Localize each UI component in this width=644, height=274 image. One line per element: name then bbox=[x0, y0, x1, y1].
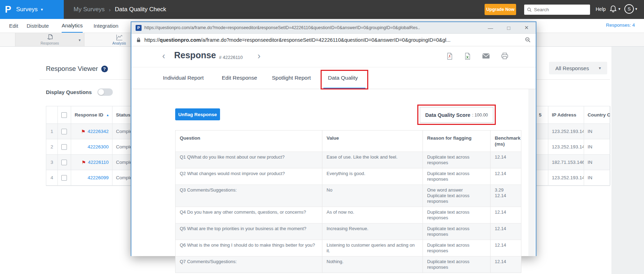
table-row[interactable]: 123.252.193.148 IN bbox=[524, 170, 610, 186]
breadcrumb-my-surveys[interactable]: My Surveys bbox=[74, 6, 105, 13]
header-response-id[interactable]: Response ID▲ bbox=[71, 106, 112, 123]
all-responses-dropdown[interactable]: All Responses ▾ bbox=[549, 62, 607, 74]
breadcrumb-separator-icon: › bbox=[109, 7, 111, 13]
page-title: Response Viewer bbox=[46, 65, 98, 73]
country-cell: IN bbox=[584, 124, 610, 139]
header-country[interactable]: Country Co bbox=[584, 106, 610, 123]
reason-cell: Duplicate text across responses bbox=[423, 256, 491, 273]
benchmark-cell: 3.29 12.14 bbox=[491, 185, 522, 207]
row-number: 2 bbox=[46, 139, 58, 154]
tab-spotlight-report[interactable]: Spotlight Report bbox=[272, 75, 311, 81]
row-checkbox[interactable] bbox=[61, 144, 67, 150]
header-ip-address[interactable]: IP Address bbox=[548, 106, 584, 123]
reason-cell: Duplicate text across responses bbox=[423, 152, 491, 168]
response-id-link[interactable]: 42226342 bbox=[88, 129, 109, 134]
export-pdf-button[interactable] bbox=[446, 53, 453, 60]
header-value: Value bbox=[322, 131, 423, 152]
chevron-down-icon: ▾ bbox=[618, 7, 621, 11]
help-icon[interactable]: ? bbox=[101, 66, 108, 72]
tab-distribute[interactable]: Distribute bbox=[27, 19, 49, 33]
responses-count-link[interactable]: Responses: 4 bbox=[606, 22, 635, 28]
modal-scrollbar[interactable] bbox=[528, 89, 535, 256]
response-tabs: Individual Report Edit Response Spotligh… bbox=[131, 67, 536, 89]
chevron-down-icon[interactable]: ▾ bbox=[78, 38, 81, 42]
response-id-link[interactable]: 42226300 bbox=[88, 144, 109, 149]
display-questions-toggle[interactable] bbox=[97, 88, 113, 96]
close-icon[interactable]: ✕ bbox=[524, 25, 529, 31]
response-id-link[interactable]: 42226099 bbox=[88, 175, 109, 180]
table-row: Q2 What changes would most improve our p… bbox=[176, 168, 521, 185]
excel-icon bbox=[464, 53, 471, 60]
header-checkbox-cell bbox=[58, 106, 71, 123]
active-tab-underline bbox=[323, 88, 365, 89]
questionpro-favicon-icon: P bbox=[136, 25, 142, 31]
reason-cell: Duplicate text across responses bbox=[423, 207, 491, 223]
dq-table-header: Question Value Reason for flagging Bench… bbox=[176, 131, 521, 152]
ip-cell: 123.252.193.148 bbox=[548, 139, 584, 154]
breadcrumb: My Surveys › Data Quality Check bbox=[74, 0, 166, 19]
row-checkbox[interactable] bbox=[61, 175, 67, 181]
previous-response-button[interactable]: ‹ bbox=[162, 51, 165, 61]
tab-data-quality[interactable]: Data Quality bbox=[328, 75, 358, 81]
table-row[interactable]: 123.252.193.148 IN bbox=[524, 124, 610, 139]
row-checkbox[interactable] bbox=[61, 160, 67, 165]
address-bar[interactable]: https://questionpro.com/a/frame.do?mode=… bbox=[131, 34, 536, 46]
export-excel-button[interactable] bbox=[464, 53, 471, 60]
account-menu[interactable]: S ▾ bbox=[624, 4, 637, 14]
sort-asc-icon: ▲ bbox=[106, 113, 109, 117]
table-row: Q3 Comments/Suggestions: No One word ans… bbox=[176, 185, 521, 207]
responses-table-right: 5 IP Address Country Co 123.252.193.148 … bbox=[524, 106, 610, 186]
search-input[interactable] bbox=[534, 7, 583, 12]
upgrade-now-button[interactable]: Upgrade Now bbox=[485, 4, 516, 15]
ip-cell: 182.71.153.146 bbox=[548, 155, 584, 170]
unflag-response-button[interactable]: Unflag Response bbox=[175, 108, 220, 120]
notifications-button[interactable]: ▾ bbox=[610, 5, 621, 13]
select-all-checkbox[interactable] bbox=[61, 112, 67, 118]
table-row[interactable]: 182.71.153.146 IN bbox=[524, 155, 610, 170]
toolbar-analysis-label: Analysis bbox=[112, 41, 126, 45]
response-editor-body: ‹ Response # 42226110 › Individual Repor… bbox=[131, 46, 536, 256]
table-row: Q7 Comments/Suggestions: Nothing. Duplic… bbox=[176, 256, 521, 273]
responses-document-icon bbox=[46, 34, 54, 41]
reason-cell: Duplicate text across responses bbox=[423, 168, 491, 185]
bell-icon bbox=[610, 5, 617, 13]
minimize-icon[interactable]: — bbox=[488, 25, 493, 31]
tab-edit[interactable]: Edit bbox=[9, 19, 18, 33]
product-switcher[interactable]: P Surveys ▾ bbox=[0, 0, 64, 19]
response-editor-window: P https://questionpro.com/a/frame.do?mod… bbox=[131, 21, 536, 256]
chevron-down-icon: ▾ bbox=[41, 7, 43, 12]
table-row[interactable]: 123.252.193.148 IN bbox=[524, 139, 610, 155]
tab-edit-response[interactable]: Edit Response bbox=[222, 75, 257, 81]
value-cell: As of now no. bbox=[322, 207, 423, 223]
toolbar-responses[interactable]: Responses ▾ bbox=[15, 33, 84, 46]
help-link[interactable]: Help bbox=[596, 6, 606, 12]
table-row: Q5 What are the top priorities in your b… bbox=[176, 223, 521, 240]
value-cell: Listening to customer queries and acting… bbox=[322, 240, 423, 256]
data-quality-table: Question Value Reason for flagging Bench… bbox=[175, 130, 521, 273]
next-response-button[interactable]: › bbox=[258, 51, 260, 61]
question-cell: Q3 Comments/Suggestions: bbox=[176, 185, 322, 207]
ip-cell: 123.252.193.148 bbox=[548, 124, 584, 139]
breadcrumb-current: Data Quality Check bbox=[115, 6, 166, 13]
toggle-knob bbox=[98, 89, 104, 95]
top-navbar: P Surveys ▾ My Surveys › Data Quality Ch… bbox=[0, 0, 644, 19]
question-cell: Q2 What changes would most improve our p… bbox=[176, 168, 322, 185]
maximize-icon[interactable]: □ bbox=[507, 25, 510, 31]
print-button[interactable] bbox=[501, 53, 508, 60]
row-checkbox[interactable] bbox=[61, 129, 67, 134]
header-question: Question bbox=[176, 131, 322, 152]
tab-integration[interactable]: Integration bbox=[94, 19, 118, 33]
table-row: Q6 What is the one thing I should do to … bbox=[176, 240, 521, 256]
reason-cell: One word answer Duplicate text across re… bbox=[423, 185, 491, 207]
global-search[interactable] bbox=[524, 5, 590, 15]
tab-individual-report[interactable]: Individual Report bbox=[163, 75, 204, 81]
window-titlebar[interactable]: P https://questionpro.com/a/frame.do?mod… bbox=[131, 22, 536, 34]
table-row: Q1 QWhat do you like most about our new … bbox=[176, 152, 521, 168]
question-cell: Q5 What are the top priorities in your b… bbox=[176, 223, 322, 240]
email-button[interactable] bbox=[482, 53, 490, 60]
question-cell: Q4 Do you have any other comments, quest… bbox=[176, 207, 322, 223]
response-id-link[interactable]: 42226110 bbox=[88, 160, 109, 165]
tab-analytics[interactable]: Analytics bbox=[62, 19, 83, 33]
zoom-out-icon[interactable] bbox=[525, 37, 531, 43]
ip-cell: 123.252.193.148 bbox=[548, 170, 584, 185]
